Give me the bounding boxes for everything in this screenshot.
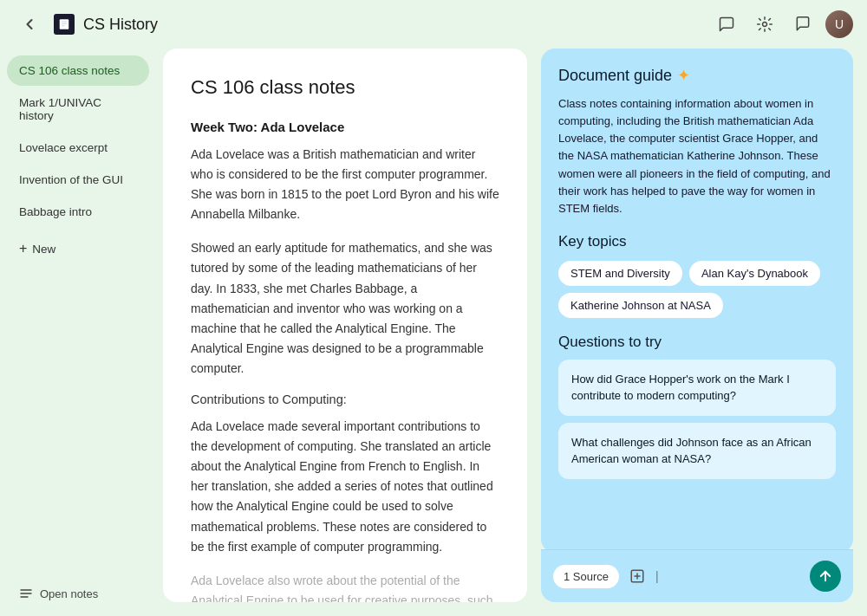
paragraph-1: Ada Lovelace was a British mathematician… [191,145,499,224]
plus-icon: + [19,241,27,256]
new-note-button[interactable]: + New [7,232,149,265]
document-panel: CS 106 class notes Week Two: Ada Lovelac… [163,49,527,602]
source-badge[interactable]: 1 Source [553,565,619,588]
open-notes-label: Open notes [40,587,98,600]
guide-title: Document guide [558,67,672,85]
sidebar-item-lovelace[interactable]: Lovelace excerpt [7,133,149,163]
right-panel: Document guide ✦ Class notes containing … [541,49,853,602]
guide-description: Class notes containing information about… [558,95,836,217]
header-left: CS History [14,9,711,40]
sidebar-item-cs106[interactable]: CS 106 class notes [7,55,149,86]
svg-point-4 [763,23,767,27]
document-title: CS 106 class notes [191,76,499,99]
debug-icon-button[interactable] [749,9,780,40]
guide-star-icon: ✦ [677,66,690,85]
sidebar: CS 106 class notes Mark 1/UNIVAC history… [0,49,156,616]
sidebar-item-mark1[interactable]: Mark 1/UNIVAC history [7,88,149,131]
paragraph-4: Ada Lovelace also wrote about the potent… [191,571,499,602]
open-notes-icon [19,587,33,600]
new-label: New [32,243,55,256]
sidebar-item-babbage[interactable]: Babbage intro [7,197,149,227]
chat-input[interactable] [655,569,803,583]
send-button[interactable] [810,561,841,592]
question-1[interactable]: How did Grace Hopper's work on the Mark … [558,360,836,416]
key-topics-title: Key topics [558,233,836,250]
app-title: CS History [83,16,158,34]
chip-stem[interactable]: STEM and Diversity [558,261,682,286]
input-bar: 1 Source [541,549,853,602]
question-2[interactable]: What challenges did Johnson face as an A… [558,423,836,479]
comments-icon-button[interactable] [787,9,818,40]
main-layout: CS 106 class notes Mark 1/UNIVAC history… [0,49,867,616]
contributions-heading: Contributions to Computing: [191,392,499,406]
back-button[interactable] [14,9,45,40]
guide-header: Document guide ✦ [558,66,836,85]
app-icon [54,14,75,35]
paragraph-2: Showed an early aptitude for mathematics… [191,238,499,379]
topics-chips: STEM and Diversity Alan Kay's Dynabook K… [558,261,836,318]
attach-icon-button[interactable] [626,565,649,587]
guide-card: Document guide ✦ Class notes containing … [541,49,853,553]
header: CS History U [0,0,867,49]
open-notes-button[interactable]: Open notes [7,578,149,609]
chat-icon-button[interactable] [711,9,742,40]
week-heading: Week Two: Ada Lovelace [191,120,499,134]
content-area: CS 106 class notes Week Two: Ada Lovelac… [156,49,867,616]
paragraph-3: Ada Lovelace made several important cont… [191,417,499,557]
header-icons: U [711,9,853,40]
questions-title: Questions to try [558,334,836,351]
chip-johnson[interactable]: Katherine Johnson at NASA [558,293,723,318]
user-avatar[interactable]: U [825,10,853,38]
chip-dynabook[interactable]: Alan Kay's Dynabook [689,261,820,286]
sidebar-item-gui[interactable]: Invention of the GUI [7,165,149,195]
